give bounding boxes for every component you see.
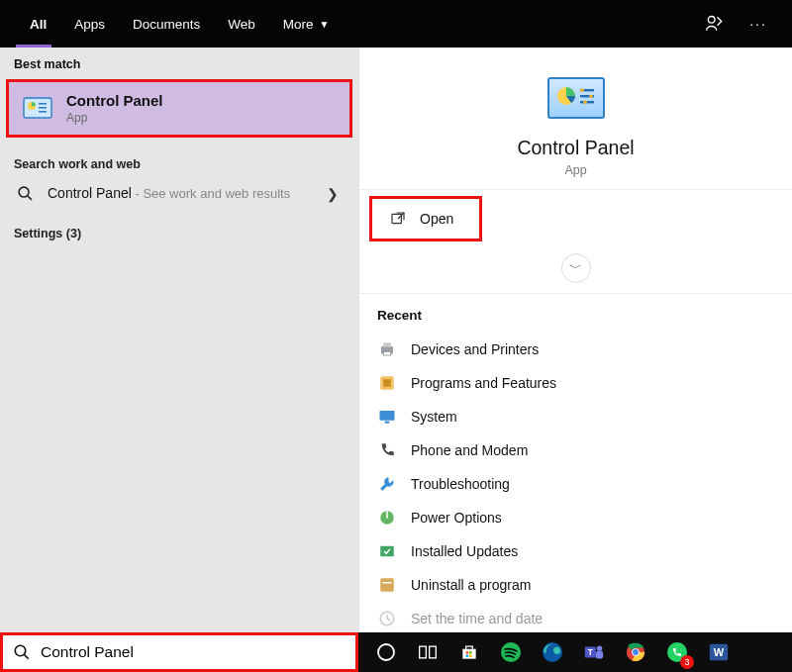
recent-item-system[interactable]: System — [377, 400, 774, 433]
expand-actions-button[interactable]: ﹀ — [561, 253, 591, 283]
tab-web[interactable]: Web — [214, 0, 269, 48]
dropdown-triangle-icon: ▼ — [320, 19, 330, 30]
whatsapp-icon[interactable]: 3 — [663, 638, 691, 666]
svg-point-13 — [589, 94, 593, 98]
edge-icon[interactable] — [539, 638, 566, 666]
recent-item-power-options[interactable]: Power Options — [377, 501, 774, 534]
tab-more-label: More — [283, 17, 314, 32]
microsoft-store-icon[interactable] — [455, 638, 483, 666]
installed-updates-icon — [377, 541, 397, 561]
control-panel-icon — [547, 77, 605, 119]
recent-item-uninstall-program[interactable]: Uninstall a program — [377, 568, 774, 602]
open-button[interactable]: Open — [369, 196, 482, 241]
list-item-label: Uninstall a program — [411, 577, 531, 593]
search-web-result-hint: - See work and web results — [132, 186, 290, 201]
list-item-label: Devices and Printers — [411, 341, 539, 357]
svg-line-30 — [25, 655, 29, 659]
svg-rect-20 — [383, 379, 391, 387]
svg-line-7 — [27, 196, 31, 200]
programs-features-icon — [377, 373, 397, 393]
recent-item-troubleshooting[interactable]: Troubleshooting — [377, 467, 774, 501]
control-panel-icon — [23, 94, 52, 124]
svg-text:T: T — [588, 648, 593, 657]
uninstall-program-icon — [377, 575, 397, 595]
system-icon — [377, 407, 397, 427]
chevron-right-icon[interactable]: ❯ — [321, 186, 345, 202]
power-options-icon — [377, 508, 397, 528]
svg-rect-18 — [383, 351, 391, 355]
recent-section: Recent Devices and Printers Programs and… — [359, 294, 792, 632]
list-item-label: System — [411, 409, 457, 425]
list-item-label: Set the time and date — [411, 611, 543, 626]
preview-subtitle: App — [564, 163, 586, 177]
teams-icon[interactable]: T — [580, 638, 608, 666]
svg-rect-35 — [469, 651, 472, 654]
open-label: Open — [420, 211, 453, 227]
ellipsis-icon[interactable]: ··· — [748, 14, 768, 34]
phone-modem-icon — [377, 440, 397, 460]
search-filter-bar: All Apps Documents Web More ▼ ··· — [0, 0, 792, 48]
tab-documents[interactable]: Documents — [119, 0, 214, 48]
list-item-label: Troubleshooting — [411, 476, 510, 492]
taskbar: T 3 W — [358, 632, 792, 672]
tab-apps[interactable]: Apps — [60, 0, 119, 48]
recent-item-installed-updates[interactable]: Installed Updates — [377, 534, 774, 568]
best-match-result[interactable]: Control Panel App — [6, 79, 352, 138]
clock-icon — [377, 609, 397, 628]
notification-badge: 3 — [680, 655, 694, 669]
svg-rect-17 — [383, 342, 391, 347]
svg-point-46 — [633, 649, 639, 655]
feedback-icon[interactable] — [705, 14, 725, 34]
tab-all[interactable]: All — [16, 0, 60, 48]
svg-rect-25 — [380, 546, 394, 557]
word-icon[interactable]: W — [705, 638, 733, 666]
list-item-label: Power Options — [411, 510, 502, 526]
svg-point-14 — [583, 100, 587, 104]
svg-rect-22 — [385, 422, 390, 424]
search-web-result-title: Control Panel — [48, 185, 132, 201]
search-icon — [14, 185, 36, 202]
recent-item-set-time-date[interactable]: Set the time and date — [377, 602, 774, 632]
svg-rect-33 — [430, 646, 437, 658]
list-item-label: Programs and Features — [411, 375, 556, 391]
best-match-subtitle: App — [66, 111, 163, 125]
preview-pane: Control Panel App Open ﹀ Recent Devices … — [358, 48, 792, 632]
search-box[interactable] — [0, 632, 358, 672]
filter-tabs: All Apps Documents Web More ▼ — [0, 0, 344, 48]
open-icon — [390, 211, 406, 227]
svg-rect-37 — [469, 655, 472, 658]
search-web-result[interactable]: Control Panel - See work and web results… — [0, 179, 358, 209]
recent-item-phone-modem[interactable]: Phone and Modem — [377, 433, 774, 467]
preview-title: Control Panel — [517, 137, 634, 159]
svg-rect-24 — [386, 511, 388, 519]
search-input[interactable] — [41, 643, 346, 661]
svg-point-6 — [19, 187, 29, 197]
svg-point-31 — [378, 644, 394, 660]
cortana-icon[interactable] — [372, 638, 400, 666]
svg-rect-15 — [392, 214, 401, 223]
settings-group-label[interactable]: Settings (3) — [0, 209, 358, 248]
svg-rect-21 — [380, 411, 395, 421]
svg-rect-34 — [466, 651, 469, 654]
svg-point-29 — [15, 645, 26, 656]
search-icon — [13, 643, 31, 661]
svg-rect-26 — [380, 578, 394, 592]
svg-point-42 — [597, 646, 603, 652]
recent-item-devices-printers[interactable]: Devices and Printers — [377, 333, 774, 366]
task-view-icon[interactable] — [414, 638, 442, 666]
chrome-icon[interactable] — [622, 638, 649, 666]
recent-item-programs-features[interactable]: Programs and Features — [377, 366, 774, 400]
svg-rect-4 — [39, 107, 47, 109]
svg-rect-43 — [596, 651, 603, 658]
svg-rect-3 — [39, 103, 47, 105]
tab-more[interactable]: More ▼ — [269, 0, 344, 48]
troubleshooting-icon — [377, 474, 397, 494]
devices-printers-icon — [377, 339, 397, 359]
svg-rect-11 — [580, 101, 594, 103]
best-match-title: Control Panel — [66, 92, 163, 109]
best-match-label: Best match — [0, 48, 358, 79]
spotify-icon[interactable] — [497, 638, 525, 666]
active-tab-underline — [16, 45, 51, 48]
svg-point-0 — [708, 17, 715, 24]
svg-rect-5 — [39, 111, 47, 113]
